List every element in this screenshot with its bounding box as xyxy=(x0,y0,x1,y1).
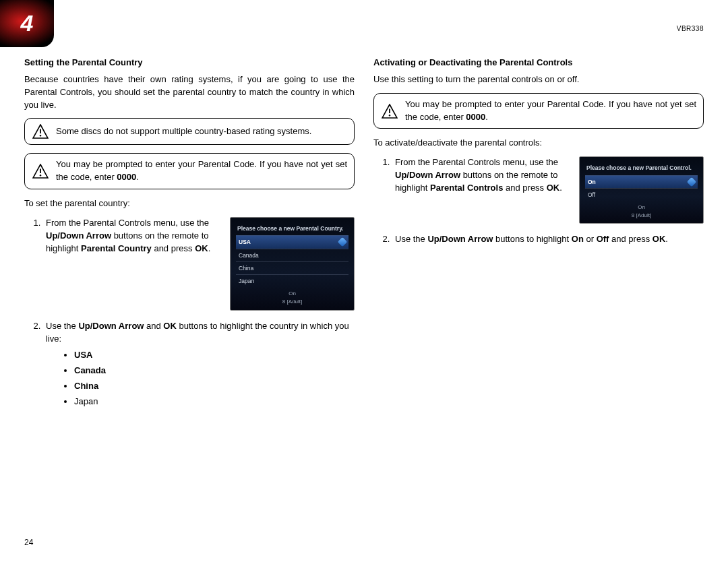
step-2: Use the Up/Down Arrow and OK buttons to … xyxy=(43,320,355,408)
screenshot-option-selected: On xyxy=(585,175,698,188)
left-column: Setting the Parental Country Because cou… xyxy=(24,57,355,415)
screenshot-option: Canada xyxy=(236,249,348,261)
intro-paragraph: Because countries have their own rating … xyxy=(24,73,355,112)
warning-text: You may be prompted to enter your Parent… xyxy=(56,158,347,184)
step-1: From the Parental Controls menu, use the… xyxy=(392,156,570,195)
diamond-icon xyxy=(687,177,696,187)
instruction-lead: To activate/deactivate the parental cont… xyxy=(373,137,704,150)
svg-point-5 xyxy=(389,115,390,116)
screenshot-country-menu: Please choose a new Parental Country. US… xyxy=(230,217,355,311)
steps-list: From the Parental Controls menu, use the… xyxy=(373,156,570,195)
warning-box-code: You may be prompted to enter your Parent… xyxy=(24,153,355,189)
warning-triangle-icon xyxy=(381,103,398,119)
warning-box-code: You may be prompted to enter your Parent… xyxy=(373,93,704,129)
warning-box-discs: Some discs do not support multiple count… xyxy=(24,118,355,145)
step-1: From the Parental Controls menu, use the… xyxy=(43,217,220,255)
screenshot-footer: On 8 [Adult] xyxy=(236,287,348,305)
screenshot-footer: On 8 [Adult] xyxy=(585,201,698,219)
screenshot-title: Please choose a new Parental Country. xyxy=(236,224,348,232)
screenshot-control-menu: Please choose a new Parental Control. On… xyxy=(579,156,704,224)
country-bullets: USA Canada China Japan xyxy=(46,349,355,408)
svg-point-3 xyxy=(40,175,41,176)
bullet-china: China xyxy=(74,380,355,393)
step-2: Use the Up/Down Arrow buttons to highlig… xyxy=(392,233,704,246)
section-heading-country: Setting the Parental Country xyxy=(24,57,355,69)
bullet-usa: USA xyxy=(74,349,355,362)
chapter-number: 4 xyxy=(21,7,34,40)
model-label: VBR338 xyxy=(677,24,704,34)
warning-text: You may be prompted to enter your Parent… xyxy=(405,98,696,124)
diamond-icon xyxy=(338,237,347,247)
right-column: Activating or Deactivating the Parental … xyxy=(373,57,704,415)
steps-list-continued: Use the Up/Down Arrow and OK buttons to … xyxy=(24,320,355,408)
chapter-tab: 4 xyxy=(0,0,54,47)
screenshot-option: Japan xyxy=(236,274,348,287)
screenshot-option: China xyxy=(236,261,348,274)
page-header: 4 VBR338 xyxy=(0,0,728,47)
screenshot-title: Please choose a new Parental Control. xyxy=(585,164,698,172)
warning-triangle-icon xyxy=(32,163,49,179)
screenshot-option: Off xyxy=(585,188,698,201)
steps-list-continued: Use the Up/Down Arrow buttons to highlig… xyxy=(373,233,704,246)
bullet-japan: Japan xyxy=(74,396,355,408)
section-heading-activate: Activating or Deactivating the Parental … xyxy=(373,57,704,69)
instruction-lead: To set the parental country: xyxy=(24,197,355,210)
intro-paragraph: Use this setting to turn the parental co… xyxy=(373,73,704,86)
screenshot-option-selected: USA xyxy=(236,235,348,248)
svg-point-1 xyxy=(40,135,41,136)
steps-list: From the Parental Controls menu, use the… xyxy=(24,217,220,255)
page-number: 24 xyxy=(24,537,33,549)
bullet-canada: Canada xyxy=(74,365,355,377)
warning-text: Some discs do not support multiple count… xyxy=(56,125,347,138)
warning-triangle-icon xyxy=(32,123,49,139)
